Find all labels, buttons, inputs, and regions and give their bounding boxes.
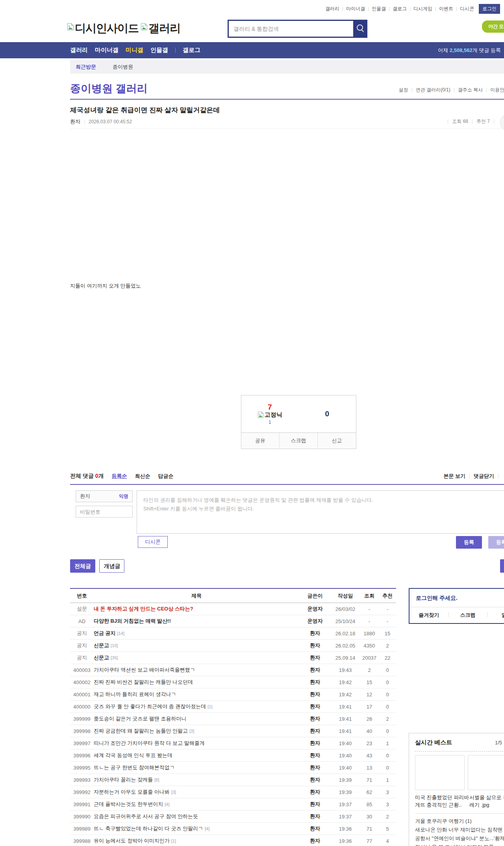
comment-password-input[interactable]: [76, 506, 133, 518]
all-posts-button[interactable]: 전체글: [70, 559, 95, 573]
caption-line: 게뜨 충격적인 근황..: [415, 801, 466, 809]
close-comments-button[interactable]: 댓글닫기: [474, 473, 494, 480]
gallery-tool-1[interactable]: 설정: [399, 87, 408, 93]
cell-rec: 0: [379, 664, 396, 676]
search-button[interactable]: [353, 20, 367, 38]
post-link[interactable]: 다양한 BJ의 거침없는 매력 발산!!: [94, 618, 171, 624]
post-link[interactable]: 뜨ㄴ 축구빨았었는데 하나같이 다 굿즈 안팔리ㄱ: [94, 826, 203, 831]
post-link[interactable]: 가치아쿠타 액션씬 보고 배아파서죽을뻔했ㄱ: [94, 667, 195, 673]
best-item-4[interactable]: 왕사남 을 본 조선일보 기자의 팩폭: [415, 843, 504, 846]
report-button[interactable]: 신고: [317, 433, 356, 449]
login-button[interactable]: 로그인: [479, 4, 500, 14]
gnb-item-미니갤[interactable]: 미니갤: [126, 46, 143, 54]
post-link[interactable]: 신문고: [94, 655, 109, 660]
cell-views: 62: [360, 786, 379, 798]
comment-placeholder-line2: Shift+Enter 키를 동시에 누르면 줄바꿈이 됩니다.: [143, 505, 504, 513]
comment-submit-button-secondary[interactable]: 등록: [488, 536, 504, 549]
cell-title: 자분하는거 아무도 모를줄 아나봐[3]: [94, 786, 299, 798]
cell-writer: 환자: [299, 701, 331, 713]
best-thumbnail-2[interactable]: [468, 755, 504, 790]
top-link-1[interactable]: 갤러리: [325, 6, 339, 12]
cell-number: 399991: [70, 798, 94, 811]
cell-date: 19:43: [331, 664, 360, 676]
cell-rec: 3: [379, 798, 396, 811]
divider: [486, 88, 487, 92]
top-link-7[interactable]: 디시콘: [460, 6, 474, 12]
scrap-button[interactable]: 스크랩: [279, 433, 317, 449]
gnb-item-갤러리[interactable]: 갤러리: [70, 46, 88, 54]
meta-action-circle[interactable]: [500, 113, 504, 132]
night-mode-button[interactable]: 야간 모드: [482, 20, 504, 33]
login-tab-1[interactable]: 즐겨찾기: [410, 607, 448, 623]
cell-number: 399989: [70, 823, 94, 835]
share-button[interactable]: 공유: [241, 433, 279, 449]
top-link-4[interactable]: 갤로그: [393, 6, 407, 12]
best-caption-2[interactable]: 서벌을 삶으로 칙레기 .jpg: [469, 794, 504, 809]
best-item-2[interactable]: 새로나온 만화 너무 재미없다는 침착맨: [415, 826, 504, 834]
best-pagination[interactable]: 1/5: [495, 740, 502, 746]
comment-textarea[interactable]: 타인의 권리를 침해하거나 명예를 훼손하는 댓글은 운영원칙 및 관련 법률에…: [137, 490, 504, 534]
post-link[interactable]: 언금 공지: [94, 630, 116, 636]
post-link[interactable]: 진짜 궁금한데 왜 잘팔리는 놈들만 안팔고: [94, 728, 188, 734]
post-link[interactable]: 굿즈 와꾸 퀄 안 좋다가 최근에야 좀 괜찮아졌는데: [94, 703, 206, 709]
post-link[interactable]: 가치아쿠타 꼴리는 잦캐들: [94, 777, 153, 783]
anonymous-badge: 익명: [119, 493, 128, 500]
post-link[interactable]: 유이 능에서도 정박아 이미지인가: [94, 838, 170, 844]
realtime-best-title: 실시간 베스트: [415, 739, 504, 746]
comment-nickname-field[interactable]: 환자 익명: [76, 490, 133, 502]
upvote-cell[interactable]: 7 고정닉 1: [241, 395, 299, 432]
post-link[interactable]: 뜨ㄴ는 공구 한번도 참여해본적없ㄱ: [94, 764, 175, 770]
search-input[interactable]: [228, 20, 353, 38]
col-rec: 추천: [379, 588, 396, 603]
top-link-2[interactable]: 마이너갤: [346, 6, 365, 12]
top-link-5[interactable]: 디시게임: [413, 6, 432, 12]
post-link[interactable]: 진짜 진짜 비싼건 잘팔리는 캐들만 나오던데: [94, 679, 193, 685]
downvote-cell[interactable]: 0: [298, 395, 356, 432]
gnb-item-인물갤[interactable]: 인물갤: [150, 46, 168, 54]
sort-option-1[interactable]: 등록순: [112, 473, 127, 480]
login-tab-3[interactable]: 알림: [487, 607, 504, 623]
gallery-tool-2[interactable]: 연관 갤러리(0/1): [416, 87, 450, 93]
post-link[interactable]: 세계 각국 동성애 인식 투표 봤는데: [94, 752, 172, 758]
table-header-row: 번호 제목 글쓴이 작성일 조회 추천: [70, 588, 396, 603]
downvote-count: 0: [325, 410, 329, 418]
sort-option-2[interactable]: 최신순: [135, 473, 150, 480]
table-row: 399998진짜 궁금한데 왜 잘팔리는 놈들만 안팔고[3]환자19:4140…: [70, 725, 396, 737]
post-link[interactable]: 띠니가 조만간 가치아쿠타 원작 다 보고 말해줄게: [94, 740, 205, 746]
gallery-tool-3[interactable]: 갤주소 복사: [458, 87, 483, 93]
top-link-3[interactable]: 인물갤: [372, 6, 386, 12]
cell-date: 26.02.05: [331, 640, 360, 652]
gallery-tool-4[interactable]: 이용안내: [490, 87, 504, 93]
recent-visit-label[interactable]: 최근방문: [76, 63, 96, 70]
login-tab-2[interactable]: 스크랩: [448, 607, 487, 623]
comment-submit-button[interactable]: 등록: [456, 536, 482, 549]
cell-writer: 환자: [299, 774, 331, 786]
breadcrumb-gallery[interactable]: 종이병원: [113, 63, 133, 70]
write-post-button[interactable]: 글쓰기: [500, 559, 504, 573]
post-writer[interactable]: 환자: [70, 118, 80, 125]
post-link[interactable]: 근데 풀박사는것도 한두번이지: [94, 801, 163, 807]
post-link[interactable]: 재고 하니까 틀히리 료헤이 생각나ㄱ: [94, 691, 176, 697]
dccon-button[interactable]: 디시콘: [138, 536, 168, 548]
top-link-6[interactable]: 이벤트: [439, 6, 453, 12]
gnb-item-갤로그[interactable]: 갤로그: [183, 46, 200, 54]
best-caption-1[interactable]: 미국 진출했었던 파리바게뜨 충격적인 근황..: [415, 794, 466, 809]
post-link[interactable]: 내 돈 투자하고 싶게 만드는 CEO상 스타는?: [94, 606, 193, 612]
best-item-1[interactable]: 겨울 호쿠리쿠 여행기 (1): [415, 817, 504, 826]
view-post-button[interactable]: 본문 보기: [443, 473, 465, 480]
sort-option-3[interactable]: 답글순: [158, 473, 174, 480]
best-thumbnail-1[interactable]: [415, 755, 465, 790]
cell-writer: 환자: [299, 762, 331, 774]
post-link[interactable]: 신문고: [94, 642, 109, 648]
cell-writer: 환자: [299, 811, 331, 823]
gnb-item-마이너갤[interactable]: 마이너갤: [95, 46, 119, 54]
realtime-best-box: 실시간 베스트 1/5 미국 진출했었던 파리바게뜨 충격적인 근황..서벌을 …: [409, 733, 504, 846]
post-link[interactable]: 요즘은 피규어위주로 사서 공구 참여 안하는듯: [94, 813, 198, 819]
best-item-3[interactable]: 공항서 "연예인이 벼슬이냐" 분노...'황제 경: [415, 834, 504, 843]
best-posts-button[interactable]: 개념글: [99, 559, 124, 573]
post-link[interactable]: 자분하는거 아무도 모를줄 아나봐: [94, 789, 170, 795]
cell-rec: 0: [379, 676, 396, 688]
logo-text-main: 디시인사이드: [75, 21, 139, 36]
site-logo[interactable]: 디시인사이드 갤러리: [67, 21, 180, 36]
post-link[interactable]: 좆도송이 같은거 굿즈로 팰땐 조용하더니: [94, 716, 186, 722]
